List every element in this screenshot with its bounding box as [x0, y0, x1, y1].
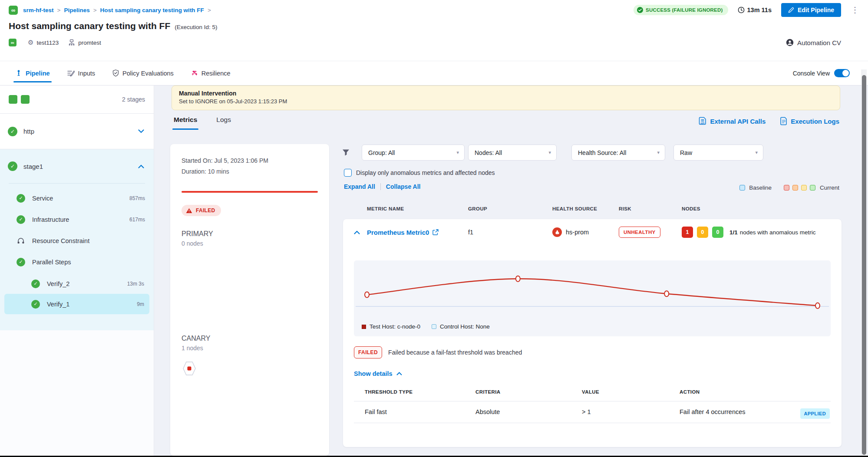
- sidebar-step-parallel-steps[interactable]: ✓ Parallel Steps: [0, 251, 154, 273]
- col-value: VALUE: [582, 389, 599, 395]
- shield-check-icon: [112, 69, 119, 77]
- metrics-table-header: METRIC NAME GROUP HEALTH SOURCE RISK NOD…: [343, 204, 842, 217]
- metrics-filters: Group: All▾ Nodes: All▾ Health Source: A…: [342, 145, 763, 161]
- metric-name-link[interactable]: Prometheus Metric0: [367, 229, 439, 236]
- threshold-table-row: Fail fast Absolute > 1 Fail after 4 occu…: [354, 401, 831, 423]
- breadcrumb-pipeline[interactable]: Host sampling canary testing with FF: [100, 7, 204, 13]
- success-check-icon: ✓: [17, 258, 25, 266]
- anomalous-only-label: Display only anomalous metrics and affec…: [356, 169, 495, 176]
- console-view-toggle[interactable]: [834, 69, 850, 77]
- gear-icon: ⚙: [28, 39, 33, 46]
- healthy-node-count-badge: 0: [712, 227, 723, 238]
- environment-name[interactable]: promtest: [68, 39, 101, 46]
- canary-label: CANARY: [182, 335, 318, 342]
- threshold-value: > 1: [582, 408, 591, 415]
- triggered-by-user: Automation CV: [786, 39, 841, 46]
- anomalous-only-checkbox[interactable]: [344, 169, 352, 177]
- metric-line-chart: [354, 260, 831, 318]
- threshold-criteria: Absolute: [475, 408, 500, 415]
- document-icon: [780, 117, 787, 125]
- current-green-legend-icon: [810, 185, 815, 191]
- col-nodes: NODES: [682, 206, 700, 211]
- breadcrumb-separator: >: [93, 7, 97, 13]
- col-health-source: HEALTH SOURCE: [552, 206, 597, 211]
- breadcrumb-project[interactable]: srm-hf-test: [23, 7, 54, 13]
- failed-badge: FAILED: [354, 346, 382, 358]
- col-risk: RISK: [619, 206, 631, 211]
- prometheus-icon: [552, 227, 562, 237]
- primary-label: PRIMARY: [182, 230, 318, 238]
- nodes-filter-dropdown[interactable]: Nodes: All▾: [468, 145, 557, 161]
- tab-logs[interactable]: Logs: [216, 116, 231, 130]
- col-criteria: CRITERIA: [475, 389, 501, 395]
- stage-count: 2 stages: [122, 96, 145, 103]
- health-source-filter-dropdown[interactable]: Health Source: All▾: [571, 145, 665, 161]
- sidebar-stage-http[interactable]: ✓ http: [0, 114, 154, 149]
- manual-intervention-banner: Manual Intervention Set to IGNORE on 05-…: [172, 85, 840, 110]
- test-host-legend-icon: [362, 325, 366, 329]
- success-check-icon: ✓: [17, 215, 25, 224]
- service-name[interactable]: ⚙ test1123: [28, 39, 59, 46]
- sidebar-step-verify-1[interactable]: ✓ Verify_1 9m: [4, 294, 149, 314]
- chevron-down-icon: ▾: [755, 150, 758, 155]
- failure-message: Failed because a fail-fast threshold was…: [388, 349, 522, 356]
- sidebar-stage-stage1-group: ✓ stage1 ✓ Service 857ms ✓ Infrastructur…: [0, 149, 154, 330]
- svg-text:API: API: [700, 122, 705, 125]
- filter-funnel-icon[interactable]: [342, 149, 350, 156]
- execution-duration: 13m 11s: [738, 7, 772, 13]
- top-header: ∞ srm-hf-test > Pipelines > Host samplin…: [0, 0, 868, 61]
- banner-subtitle: Set to IGNORE on 05-Jul-2023 1:15:23 PM: [179, 98, 833, 105]
- resilience-chaos-icon: [191, 70, 198, 77]
- breadcrumb-separator: >: [208, 7, 211, 13]
- chart-point-marker: [365, 292, 369, 297]
- sidebar-step-resource-constraint[interactable]: Resource Constraint: [0, 230, 154, 251]
- node-count-badges: 1 0 0: [682, 227, 723, 238]
- col-action: ACTION: [680, 389, 700, 395]
- external-api-calls-link[interactable]: API External API Calls: [699, 117, 766, 125]
- run-status-chip: FAILED: [182, 205, 221, 216]
- unhealthy-node-count-badge: 1: [682, 227, 693, 238]
- scrollbar-thumb[interactable]: [862, 75, 866, 455]
- canary-node-hexagon[interactable]: [182, 361, 318, 376]
- test-host-legend: Test Host: c-node-0: [370, 323, 420, 330]
- breadcrumb-pipelines[interactable]: Pipelines: [64, 7, 89, 13]
- success-check-icon: ✓: [17, 194, 25, 203]
- edit-pipeline-button[interactable]: Edit Pipeline: [781, 3, 841, 17]
- execution-sidebar: 2 stages ✓ http ✓ stage1 ✓ Service: [0, 85, 154, 456]
- show-details-link[interactable]: Show details: [354, 370, 402, 377]
- success-check-icon: ✓: [8, 127, 17, 136]
- metric-group: f1: [468, 229, 473, 236]
- tab-metrics[interactable]: Metrics: [174, 116, 197, 130]
- expand-all-link[interactable]: Expand All: [344, 183, 375, 190]
- current-orange-legend-icon: [792, 185, 798, 191]
- tab-resilience[interactable]: Resilience: [191, 61, 231, 85]
- tab-pipeline[interactable]: Pipeline: [15, 61, 50, 85]
- stages-header: 2 stages: [0, 85, 154, 114]
- collapse-row-chevron-icon[interactable]: [354, 230, 360, 234]
- console-view-label: Console View: [793, 70, 830, 77]
- tab-inputs[interactable]: Inputs: [67, 61, 96, 85]
- sidebar-step-infrastructure[interactable]: ✓ Infrastructure 617ms: [0, 209, 154, 230]
- current-yellow-legend-icon: [801, 185, 807, 191]
- tab-policy-evaluations[interactable]: Policy Evaluations: [112, 61, 174, 85]
- display-mode-dropdown[interactable]: Raw▾: [673, 145, 763, 161]
- nodes-summary: 1/1nodes with anomalous metric: [729, 229, 816, 236]
- sidebar-step-verify-2[interactable]: ✓ Verify_2 13m 3s: [4, 273, 149, 294]
- sidebar-stage-stage1[interactable]: ✓ stage1: [0, 149, 154, 183]
- success-check-icon: ✓: [8, 161, 17, 171]
- sidebar-step-service[interactable]: ✓ Service 857ms: [0, 187, 154, 209]
- stage-square-icon: [21, 95, 30, 104]
- chevron-up-icon: [396, 372, 402, 375]
- col-metric-name: METRIC NAME: [367, 206, 404, 211]
- service-ref: ∞: [9, 39, 18, 46]
- inputs-icon: [67, 70, 75, 76]
- more-options-menu[interactable]: ⋮: [851, 5, 859, 15]
- group-filter-dropdown[interactable]: Group: All▾: [362, 145, 465, 161]
- collapse-all-link[interactable]: Collapse All: [386, 183, 421, 190]
- resource-constraint-icon: [17, 237, 25, 245]
- chevron-down-icon: ▾: [657, 150, 660, 155]
- app-root: ∞ srm-hf-test > Pipelines > Host samplin…: [0, 0, 868, 457]
- execution-logs-link[interactable]: Execution Logs: [780, 117, 839, 125]
- edit-pencil-icon: [788, 7, 794, 13]
- content-area: 2 stages ✓ http ✓ stage1 ✓ Service: [0, 85, 868, 456]
